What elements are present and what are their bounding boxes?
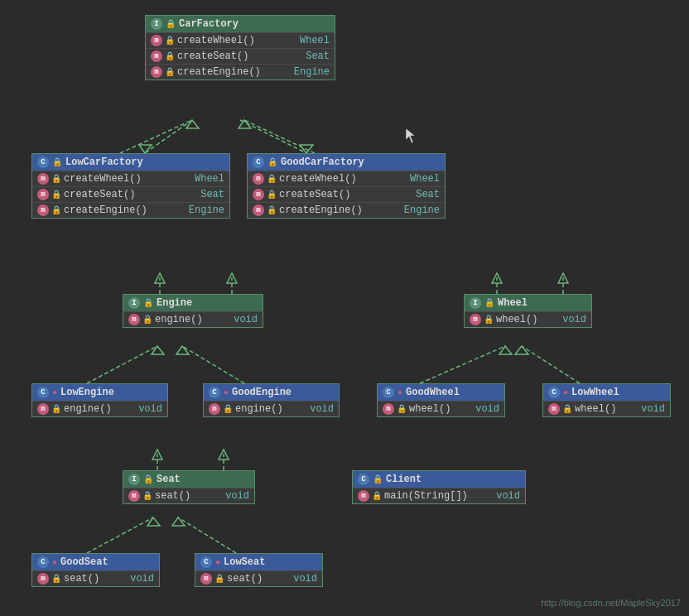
low-seat-member: m 🔒 seat() void <box>195 570 322 586</box>
engine-header: I 🔒 Engine <box>123 295 263 311</box>
good-car-factory-name: GoodCarFactory <box>281 156 364 168</box>
method-name: wheel() <box>496 314 556 325</box>
svg-marker-1 <box>139 145 152 153</box>
svg-marker-3 <box>300 145 313 153</box>
lock-icon: 🔒 <box>484 315 494 325</box>
m-badge: m <box>37 173 49 185</box>
class-badge: C <box>548 387 560 398</box>
dot-icon: ● <box>52 388 57 397</box>
car-factory-box: I 🔒 CarFactory m 🔒 createWheel() Wheel m… <box>145 15 335 80</box>
car-factory-member-2: m 🔒 createEngine() Engine <box>146 64 335 79</box>
return-type: void <box>562 314 586 325</box>
return-type: void <box>475 403 499 415</box>
lock-icon-3: 🔒 <box>165 51 175 61</box>
class-badge: C <box>358 474 369 485</box>
low-wheel-member: m 🔒 wheel() void <box>543 401 670 416</box>
gcf-member-0: m 🔒 createWheel() Wheel <box>248 171 445 186</box>
svg-marker-23 <box>558 273 568 283</box>
return-type: void <box>310 403 334 415</box>
seat-box: I 🔒 Seat m 🔒 seat() void <box>123 470 255 504</box>
method-name: createEngine() <box>279 205 398 216</box>
seat-name: Seat <box>157 474 181 485</box>
lock-icon-4: 🔒 <box>165 67 175 77</box>
low-engine-box: C ● LowEngine m 🔒 engine() void <box>31 383 168 417</box>
lock-icon: 🔒 <box>142 315 152 325</box>
svg-line-16 <box>420 346 505 383</box>
svg-marker-15 <box>227 273 237 283</box>
svg-line-10 <box>182 346 244 383</box>
method-name: seat() <box>155 490 219 502</box>
svg-marker-29 <box>147 517 160 526</box>
m-badge: m <box>548 403 560 415</box>
method-name: wheel() <box>575 403 635 415</box>
client-member-0: m 🔒 main(String[]) void <box>353 488 525 503</box>
return-type: Engine <box>294 66 330 78</box>
lock-icon: 🔒 <box>51 574 61 584</box>
car-factory-member-1: m 🔒 createSeat() Seat <box>146 48 335 64</box>
wheel-name: Wheel <box>498 297 528 309</box>
method-name: engine() <box>235 403 304 415</box>
lcf-member-1: m 🔒 createSeat() Seat <box>32 186 229 202</box>
interface-badge: I <box>470 297 481 309</box>
interface-badge: I <box>128 297 140 309</box>
engine-member-0: m 🔒 engine() void <box>123 311 263 327</box>
svg-line-4 <box>120 120 192 153</box>
m-badge: m <box>253 189 264 200</box>
lock-icon: 🔒 <box>372 491 382 501</box>
wheel-member-0: m 🔒 wheel() void <box>465 311 591 327</box>
lock-icon-2: 🔒 <box>165 36 175 46</box>
svg-line-8 <box>87 346 157 383</box>
svg-marker-27 <box>219 450 229 460</box>
svg-line-0 <box>145 120 192 153</box>
svg-line-2 <box>240 120 306 153</box>
good-car-factory-box: C 🔒 GoodCarFactory m 🔒 createWheel() Whe… <box>247 153 446 219</box>
lock-icon: 🔒 <box>143 474 153 484</box>
class-badge: C <box>383 387 394 398</box>
lock-icon: 🔒 <box>267 174 277 184</box>
low-seat-box: C ● LowSeat m 🔒 seat() void <box>195 553 323 587</box>
svg-marker-32 <box>406 128 415 143</box>
svg-marker-31 <box>172 517 185 526</box>
method-name: createWheel() <box>177 35 294 46</box>
m-badge: m <box>37 403 49 415</box>
low-engine-header: C ● LowEngine <box>32 384 167 401</box>
lock-icon: 🔒 <box>223 404 233 414</box>
lock-icon: 🔒 <box>51 205 61 215</box>
lock-icon: 🔒 <box>166 19 176 29</box>
lock-icon: 🔒 <box>267 190 277 200</box>
method-name: engine() <box>155 314 228 325</box>
seat-member-0: m 🔒 seat() void <box>123 488 254 503</box>
low-car-factory-box: C 🔒 LowCarFactory m 🔒 createWheel() Whee… <box>31 153 230 219</box>
method-name: createEngine() <box>64 205 183 216</box>
m-badge: m <box>151 66 162 78</box>
return-type: Seat <box>306 51 330 62</box>
lock-icon: 🔒 <box>142 491 152 501</box>
class-badge: C <box>253 156 264 168</box>
lock-icon: 🔒 <box>562 404 572 414</box>
return-type: Seat <box>200 189 224 200</box>
return-type: void <box>138 403 162 415</box>
method-name: seat() <box>64 573 124 585</box>
return-type: void <box>641 403 665 415</box>
lcf-member-2: m 🔒 createEngine() Engine <box>32 202 229 218</box>
good-engine-member: m 🔒 engine() void <box>204 401 339 416</box>
low-engine-member: m 🔒 engine() void <box>32 401 167 416</box>
good-wheel-header: C ● GoodWheel <box>378 384 504 401</box>
dot-icon: ● <box>224 388 229 397</box>
method-name: createSeat() <box>279 189 410 200</box>
lock-icon: 🔒 <box>373 474 383 484</box>
client-name: Client <box>386 474 422 485</box>
good-engine-header: C ● GoodEngine <box>204 384 339 401</box>
mouse-cursor <box>406 128 416 142</box>
lcf-member-0: m 🔒 createWheel() Wheel <box>32 171 229 186</box>
svg-line-30 <box>178 517 236 553</box>
car-factory-header: I 🔒 CarFactory <box>146 16 335 32</box>
m-badge: m <box>128 314 140 325</box>
good-car-factory-header: C 🔒 GoodCarFactory <box>248 154 445 171</box>
good-engine-box: C ● GoodEngine m 🔒 engine() void <box>203 383 340 417</box>
return-type: Seat <box>416 189 440 200</box>
return-type: void <box>496 490 520 502</box>
low-engine-name: LowEngine <box>60 387 114 398</box>
return-type: Wheel <box>300 35 330 46</box>
lock-icon: 🔒 <box>267 157 277 167</box>
